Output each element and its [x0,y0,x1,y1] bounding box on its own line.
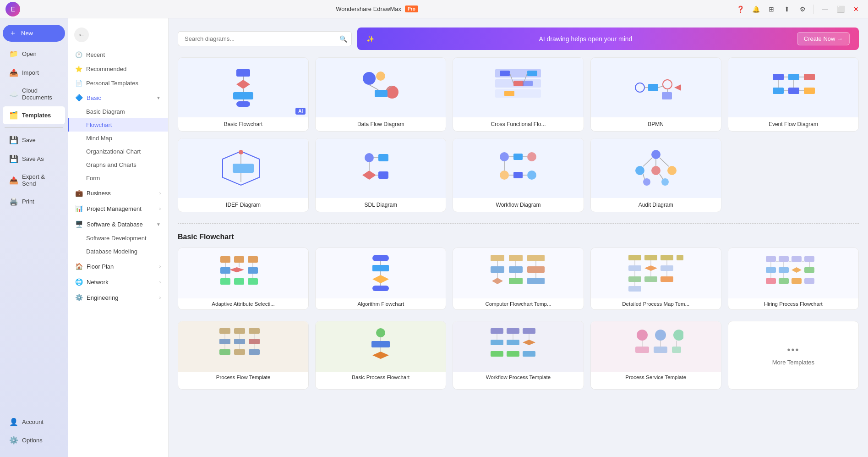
sidebar-item-saveas[interactable]: 💾 Save As [3,150,65,168]
sidebar-item-print[interactable]: 🖨️ Print [3,193,65,210]
diagram-type-card-audit[interactable]: Audit Diagram [590,138,721,212]
template-label-t7: Basic Process Flowchart [316,372,446,383]
nav-sub-form[interactable]: Form [68,171,168,185]
nav-sub-softwaredev[interactable]: Software Development [68,231,168,245]
bell-btn[interactable]: 🔔 [749,3,762,16]
diagram-type-grid: AI Basic Flowchart Data Flow Diagra [178,57,859,212]
section-divider [178,223,859,224]
template-img-t8 [453,321,583,372]
template-card-t9[interactable]: Process Service Template [590,321,721,390]
template-img-detailed-process [591,248,721,298]
settings-btn[interactable]: ⚙ [796,3,809,16]
nav-section-floor-header[interactable]: 🏠 Floor Plan › [68,259,168,274]
nav-section-business-header[interactable]: 💼 Business › [68,186,168,200]
sidebar-item-templates[interactable]: 🗂️ Templates [3,106,65,124]
diagram-type-card-cross-functional[interactable]: Cross Functional Flo... [453,57,584,132]
sidebar-item-new[interactable]: ＋ New [3,25,65,42]
svg-point-23 [635,83,644,92]
template-card-algorithm[interactable]: Algorithm Flowchart [315,248,446,310]
sidebar-item-open[interactable]: 📁 Open [3,45,65,63]
nav-section-network-header[interactable]: 🌐 Network › [68,275,168,289]
back-btn-wrap[interactable]: ← [68,24,168,48]
template-card-t6[interactable]: Process Flow Template [178,321,309,390]
template-card-adaptive[interactable]: Adaptive Attribute Selecti... [178,248,309,310]
svg-line-10 [369,85,378,90]
svg-point-183 [637,330,648,341]
sidebar-item-cloud[interactable]: ☁️ Cloud Documents [3,83,65,105]
search-button[interactable]: 🔍 [339,35,347,43]
nav-section-software-header[interactable]: 🖥️ Software & Database ▼ [68,217,168,231]
template-label-adaptive: Adaptive Attribute Selecti... [178,298,308,309]
svg-rect-139 [766,278,776,284]
nav-section-network: 🌐 Network › [68,275,168,289]
svg-rect-175 [507,340,519,345]
template-card-t8[interactable]: Workflow Process Template [453,321,584,390]
nav-project-label: Project Management [87,205,142,212]
nav-recommended-label: Recommended [86,66,126,72]
ai-banner: ✨ AI drawing helps open your mind Create… [357,28,859,50]
search-input[interactable] [178,31,352,46]
maximize-btn[interactable]: ⬜ [834,3,847,16]
share-btn[interactable]: ⬆ [781,3,793,16]
sidebar-item-options[interactable]: ⚙️ Options [3,431,65,449]
more-templates-card[interactable]: ••• More Templates [728,321,859,390]
template-label-algorithm: Algorithm Flowchart [316,298,446,309]
template-label-t6: Process Flow Template [178,372,308,383]
t7-svg [358,326,404,367]
template-card-hiring[interactable]: Hiring Process Flowchart [728,248,859,310]
diagram-type-label-basic-flowchart: Basic Flowchart [178,117,308,131]
detailed-process-svg [626,253,686,294]
template-card-detailed-process[interactable]: Detailed Process Map Tem... [590,248,721,310]
nav-item-personal[interactable]: 📄 Personal Templates [68,76,168,90]
diagram-type-card-workflow[interactable]: Workflow Diagram [453,138,584,212]
help-btn[interactable]: ❓ [734,3,747,16]
diagram-type-card-basic-flowchart[interactable]: AI Basic Flowchart [178,57,309,132]
sidebar-item-account[interactable]: 👤 Account [3,413,65,431]
nav-sub-orgchart[interactable]: Organizational Chart [68,145,168,158]
svg-rect-119 [661,265,673,271]
sidebar-item-export[interactable]: 📤 Export & Send [3,169,65,192]
sidebar-save-label: Save [22,137,36,143]
personal-icon: 📄 [75,80,82,87]
diagram-type-label-bpmn: BPMN [591,117,721,131]
templates-icon: 🗂️ [9,111,18,120]
svg-rect-16 [500,71,510,76]
diagram-type-card-bpmn[interactable]: BPMN [590,57,721,132]
nav-section-project-header[interactable]: 📊 Project Management › [68,201,168,216]
minimize-btn[interactable]: — [819,3,831,16]
template-card-computer[interactable]: Computer Flowchart Temp... [453,248,584,310]
nav-personal-label: Personal Templates [86,80,138,87]
saveas-icon: 💾 [9,154,18,163]
nav-section-basic-header[interactable]: 🔷 Basic ▼ [68,90,168,105]
diagram-type-card-event-flow[interactable]: Event Flow Diagram [728,57,859,132]
template-img-algorithm [316,248,446,298]
diagram-type-card-sdl[interactable]: SDL Diagram [315,138,446,212]
nav-sub-graphs[interactable]: Graphs and Charts [68,158,168,171]
network-chevron: › [159,280,161,285]
back-button[interactable]: ← [74,28,89,42]
diagram-type-card-idef[interactable]: IDEF Diagram [178,138,309,212]
nav-sub-flowchart[interactable]: Flowchart [68,118,168,132]
svg-rect-178 [507,351,519,357]
divider [813,5,814,14]
svg-rect-91 [372,255,389,261]
diagram-type-label-workflow: Workflow Diagram [453,198,583,212]
diagram-type-img-sdl [316,138,446,198]
sidebar-item-import[interactable]: 📥 Import [3,64,65,82]
template-card-t7[interactable]: Basic Process Flowchart [315,321,446,390]
nav-item-recent[interactable]: 🕐 Recent [68,48,168,62]
diagram-type-img-event-flow [728,58,858,117]
sidebar-item-save[interactable]: 💾 Save [3,131,65,149]
nav-section-engineering-header[interactable]: ⚙️ Engineering › [68,290,168,305]
nav-sub-dbmodeling[interactable]: Database Modeling [68,245,168,258]
template-label-hiring: Hiring Process Flowchart [728,298,858,309]
nav-sub-mindmap[interactable]: Mind Map [68,132,168,145]
nav-sub-basic-diagram[interactable]: Basic Diagram [68,105,168,118]
diagram-type-card-data-flow[interactable]: Data Flow Diagram [315,57,446,132]
nav-engineering-label: Engineering [87,294,118,301]
grid-btn[interactable]: ⊞ [765,3,778,16]
nav-item-recommended[interactable]: ⭐ Recommended [68,62,168,76]
close-btn[interactable]: ✕ [850,3,863,16]
ai-create-now-button[interactable]: Create Now → [797,32,850,45]
svg-rect-3 [236,101,250,107]
